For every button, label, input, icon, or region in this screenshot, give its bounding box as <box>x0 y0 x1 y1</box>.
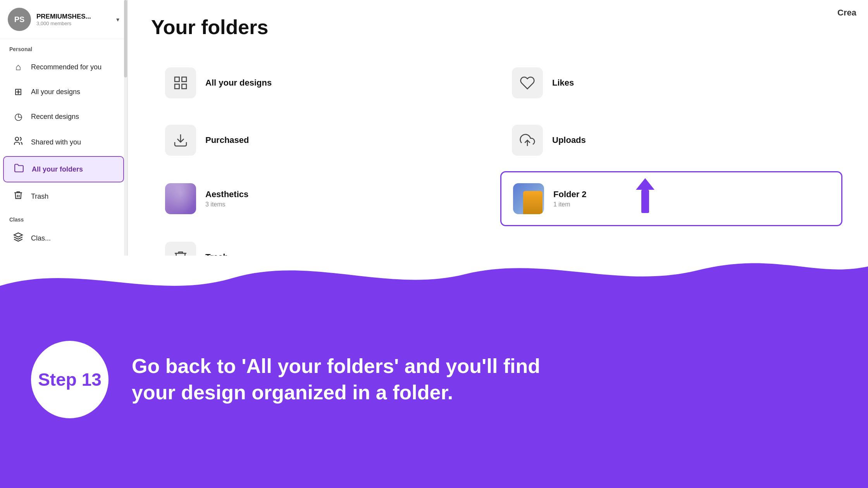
sidebar-header[interactable]: PS PREMIUMSHES... 3,000 members ▾ <box>0 0 127 39</box>
sidebar-item-recommended[interactable]: ⌂ Recommended for you <box>3 55 124 79</box>
folder-icon-all-designs <box>165 67 196 98</box>
personal-label: Personal <box>0 39 127 55</box>
folder-icon-likes <box>512 67 543 98</box>
sidebar-item-label: Trash <box>31 192 48 201</box>
sidebar-item-label: All your designs <box>31 88 80 96</box>
arrow-head-icon <box>636 178 654 190</box>
svg-point-0 <box>15 137 19 141</box>
svg-rect-1 <box>175 77 179 82</box>
step-number: Step 13 <box>38 369 102 390</box>
folders-grid: All your designs Likes Purchased <box>151 54 845 256</box>
sidebar-item-class[interactable]: Clas... <box>3 226 124 251</box>
account-sub: 3,000 members <box>36 21 111 26</box>
folder-name: Aesthetics <box>205 189 484 199</box>
tutorial-section: Step 13 Go back to 'All your folders' an… <box>0 256 868 488</box>
sidebar: PS PREMIUMSHES... 3,000 members ▾ Person… <box>0 0 128 256</box>
avatar: PS <box>8 8 31 31</box>
sidebar-item-label: All your folders <box>32 165 83 174</box>
folder-info: All your designs <box>205 78 484 88</box>
create-button[interactable]: Crea <box>826 0 868 26</box>
svg-rect-2 <box>182 77 186 82</box>
sidebar-item-recent[interactable]: ◷ Recent designs <box>3 105 124 128</box>
folder-name: Trash <box>205 252 484 256</box>
home-icon: ⌂ <box>12 62 24 72</box>
step-circle: Step 13 <box>31 341 108 418</box>
folder-item-aesthetics[interactable]: Aesthetics 3 items <box>153 171 496 226</box>
folder-info: Aesthetics 3 items <box>205 189 484 208</box>
tutorial-text: Go back to 'All your folders' and you'll… <box>132 353 837 406</box>
folder-icon-purchased <box>165 125 196 156</box>
class-icon <box>12 232 24 244</box>
sidebar-item-shared[interactable]: Shared with you <box>3 130 124 155</box>
sidebar-item-all-designs[interactable]: ⊞ All your designs <box>3 80 124 103</box>
svg-rect-4 <box>182 84 186 89</box>
folder-name: Likes <box>552 78 831 88</box>
scrollbar-thumb[interactable] <box>124 0 127 77</box>
folder-info: Trash <box>205 252 484 256</box>
folder-info: Purchased <box>205 135 484 145</box>
folder-item-likes[interactable]: Likes <box>500 57 842 109</box>
folder-info: Likes <box>552 78 831 88</box>
page-title: Your folders <box>151 15 845 39</box>
class-label: Class <box>0 210 127 225</box>
sidebar-item-label: Shared with you <box>31 138 81 146</box>
folder-icon <box>13 163 25 175</box>
folder-item-trash[interactable]: Trash <box>153 231 496 256</box>
sidebar-item-trash[interactable]: Trash <box>3 184 124 209</box>
arrow-up-indicator <box>453 178 837 213</box>
chevron-down-icon[interactable]: ▾ <box>116 16 119 23</box>
trash-icon <box>12 190 24 203</box>
folder-name: Uploads <box>552 135 831 145</box>
grid-icon: ⊞ <box>12 86 24 97</box>
sidebar-item-label: Recommended for you <box>31 63 102 71</box>
folder-icon-trash <box>165 242 196 256</box>
clock-icon: ◷ <box>12 111 24 122</box>
svg-rect-3 <box>175 84 179 89</box>
wave-top <box>0 256 868 301</box>
shared-icon <box>12 136 24 148</box>
account-info: PREMIUMSHES... 3,000 members <box>36 13 111 26</box>
sidebar-item-all-folders[interactable]: All your folders <box>3 156 124 182</box>
folder-item-all-designs[interactable]: All your designs <box>153 57 496 109</box>
main-content: Your folders All your designs Likes <box>128 0 868 256</box>
folder-item-uploads[interactable]: Uploads <box>500 114 842 167</box>
sidebar-item-label: Recent designs <box>31 113 79 121</box>
folder-name: All your designs <box>205 78 484 88</box>
account-name: PREMIUMSHES... <box>36 13 111 21</box>
folder-info: Uploads <box>552 135 831 145</box>
folder-icon-uploads <box>512 125 543 156</box>
sidebar-item-label: Clas... <box>31 234 51 242</box>
scrollbar-track[interactable] <box>124 0 127 256</box>
folder-thumb-aesthetics <box>165 183 196 214</box>
arrow-shaft <box>641 190 649 213</box>
folder-count: 3 items <box>205 201 484 208</box>
folder-item-purchased[interactable]: Purchased <box>153 114 496 167</box>
folder-name: Purchased <box>205 135 484 145</box>
